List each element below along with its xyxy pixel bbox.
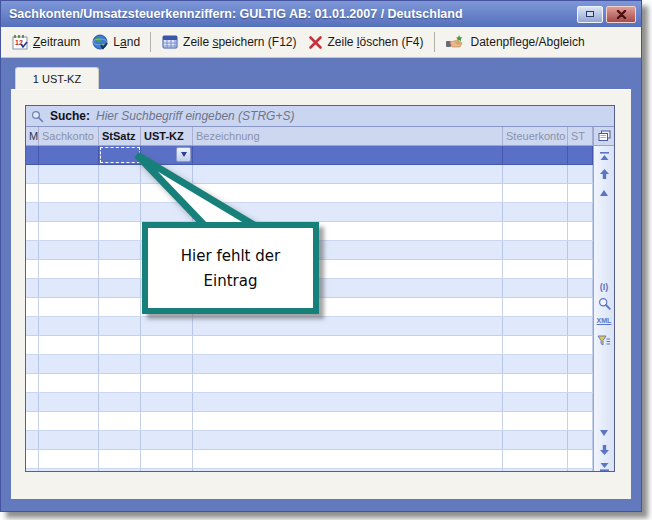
- table-cell-steuerkonto[interactable]: [503, 431, 568, 449]
- table-cell-st[interactable]: [568, 203, 593, 221]
- table-cell-ustkz[interactable]: [141, 165, 193, 183]
- column-header-m[interactable]: M: [26, 127, 39, 145]
- search-input[interactable]: Suche: Hier Suchbegriff eingeben (STRG+S…: [26, 106, 614, 127]
- table-cell-steuerkonto[interactable]: [503, 336, 568, 354]
- column-header-steuerkonto[interactable]: Steuerkonto: [503, 127, 568, 145]
- table-cell-m[interactable]: [26, 222, 39, 240]
- table-cell-st[interactable]: [568, 469, 593, 471]
- table-cell-st[interactable]: [568, 431, 593, 449]
- table-cell-stsatz[interactable]: [99, 184, 141, 202]
- table-cell-steuerkonto[interactable]: [503, 317, 568, 335]
- table-cell-ustkz[interactable]: [141, 146, 193, 164]
- table-cell-sachkonto[interactable]: [39, 241, 99, 259]
- table-cell-stsatz[interactable]: [99, 374, 141, 392]
- table-cell-m[interactable]: [26, 374, 39, 392]
- table-cell-sachkonto[interactable]: [39, 298, 99, 316]
- move-down-button[interactable]: [594, 443, 614, 457]
- table-cell-m[interactable]: [26, 203, 39, 221]
- tab-ust-kz[interactable]: 1 UST-KZ: [15, 67, 99, 90]
- table-cell-sachkonto[interactable]: [39, 431, 99, 449]
- table-cell-m[interactable]: [26, 298, 39, 316]
- table-cell-steuerkonto[interactable]: [503, 222, 568, 240]
- table-cell-st[interactable]: [568, 355, 593, 373]
- table-cell-sachkonto[interactable]: [39, 355, 99, 373]
- prev-row-button[interactable]: [594, 186, 614, 200]
- zoom-row-button[interactable]: [594, 296, 614, 310]
- column-header-stsatz[interactable]: StSatz: [99, 127, 141, 145]
- toolbar-button-datenpflege[interactable]: Datenpflege/Abgleich: [439, 31, 591, 53]
- column-chooser-button[interactable]: [594, 127, 614, 146]
- table-cell-stsatz[interactable]: [99, 146, 141, 164]
- table-cell-stsatz[interactable]: [99, 469, 141, 471]
- column-header-bezeichnung[interactable]: Bezeichnung: [193, 127, 503, 145]
- table-cell-st[interactable]: [568, 222, 593, 240]
- table-cell-stsatz[interactable]: [99, 165, 141, 183]
- table-cell-steuerkonto[interactable]: [503, 184, 568, 202]
- table-cell-m[interactable]: [26, 279, 39, 297]
- aggregate-button[interactable]: (I): [594, 280, 614, 294]
- table-cell-m[interactable]: [26, 393, 39, 411]
- table-cell-st[interactable]: [568, 317, 593, 335]
- toolbar-button-zeile-loeschen[interactable]: Zeile löschen (F4): [302, 32, 429, 53]
- table-cell-st[interactable]: [568, 336, 593, 354]
- table-cell-steuerkonto[interactable]: [503, 241, 568, 259]
- table-cell-m[interactable]: [26, 355, 39, 373]
- table-cell-st[interactable]: [568, 450, 593, 468]
- move-up-button[interactable]: [594, 167, 614, 181]
- table-cell-m[interactable]: [26, 469, 39, 471]
- table-cell-stsatz[interactable]: [99, 431, 141, 449]
- table-cell-ustkz[interactable]: [141, 393, 193, 411]
- table-cell-ustkz[interactable]: [141, 203, 193, 221]
- scroll-bottom-button[interactable]: [594, 459, 614, 471]
- table-cell-ustkz[interactable]: [141, 412, 193, 430]
- table-row[interactable]: [26, 374, 593, 393]
- table-cell-stsatz[interactable]: [99, 450, 141, 468]
- table-row[interactable]: [26, 165, 593, 184]
- table-cell-bezeichnung[interactable]: [193, 374, 503, 392]
- table-cell-m[interactable]: [26, 450, 39, 468]
- table-cell-st[interactable]: [568, 393, 593, 411]
- table-cell-sachkonto[interactable]: [39, 203, 99, 221]
- table-cell-ustkz[interactable]: [141, 336, 193, 354]
- table-cell-stsatz[interactable]: [99, 203, 141, 221]
- table-cell-sachkonto[interactable]: [39, 374, 99, 392]
- table-cell-sachkonto[interactable]: [39, 450, 99, 468]
- table-cell-steuerkonto[interactable]: [503, 146, 568, 164]
- table-cell-bezeichnung[interactable]: [193, 184, 503, 202]
- table-cell-ustkz[interactable]: [141, 355, 193, 373]
- side-strip-track[interactable]: (I) XML: [594, 146, 614, 471]
- table-cell-m[interactable]: [26, 165, 39, 183]
- toolbar-button-zeile-speichern[interactable]: Zeile speichern (F12): [155, 31, 302, 53]
- table-cell-sachkonto[interactable]: [39, 469, 99, 471]
- table-cell-stsatz[interactable]: [99, 393, 141, 411]
- table-cell-m[interactable]: [26, 412, 39, 430]
- table-cell-ustkz[interactable]: [141, 431, 193, 449]
- close-button[interactable]: [606, 6, 636, 23]
- title-bar[interactable]: Sachkonten/Umsatzsteuerkennziffern: GULT…: [1, 1, 641, 27]
- table-cell-st[interactable]: [568, 374, 593, 392]
- table-cell-stsatz[interactable]: [99, 260, 141, 278]
- table-row[interactable]: [26, 184, 593, 203]
- table-cell-steuerkonto[interactable]: [503, 469, 568, 471]
- table-cell-stsatz[interactable]: [99, 336, 141, 354]
- table-cell-ustkz[interactable]: [141, 374, 193, 392]
- table-cell-steuerkonto[interactable]: [503, 165, 568, 183]
- table-cell-st[interactable]: [568, 241, 593, 259]
- table-cell-steuerkonto[interactable]: [503, 393, 568, 411]
- table-cell-m[interactable]: [26, 317, 39, 335]
- table-row[interactable]: [26, 336, 593, 355]
- combo-dropdown-button[interactable]: [176, 147, 191, 162]
- table-cell-sachkonto[interactable]: [39, 336, 99, 354]
- table-cell-stsatz[interactable]: [99, 298, 141, 316]
- table-cell-sachkonto[interactable]: [39, 412, 99, 430]
- table-row[interactable]: [26, 469, 593, 471]
- table-cell-ustkz[interactable]: [141, 469, 193, 471]
- table-cell-bezeichnung[interactable]: [193, 469, 503, 471]
- table-row[interactable]: [26, 412, 593, 431]
- table-cell-stsatz[interactable]: [99, 412, 141, 430]
- table-cell-steuerkonto[interactable]: [503, 298, 568, 316]
- table-cell-ustkz[interactable]: [141, 450, 193, 468]
- table-cell-m[interactable]: [26, 431, 39, 449]
- table-cell-steuerkonto[interactable]: [503, 203, 568, 221]
- table-cell-stsatz[interactable]: [99, 222, 141, 240]
